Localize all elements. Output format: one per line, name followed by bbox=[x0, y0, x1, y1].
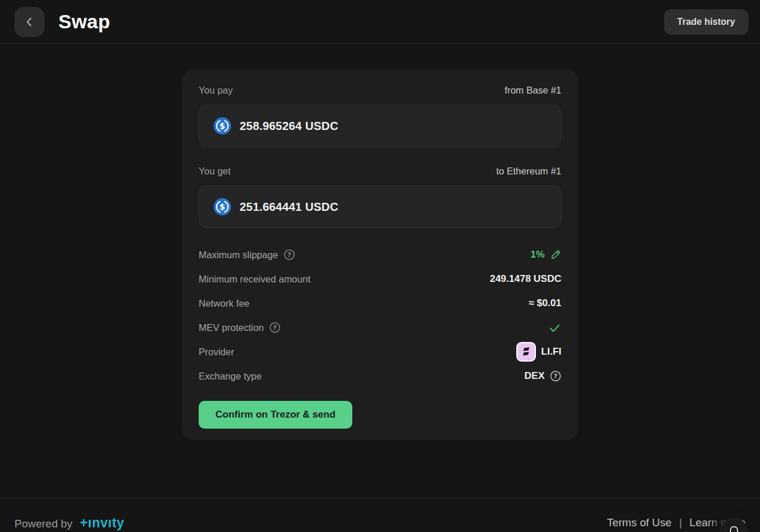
lifi-logo-icon bbox=[516, 342, 536, 362]
main-area: You pay from Base #1 $ 258.965264 USDC Y… bbox=[0, 69, 760, 498]
provider-row: Provider LI.FI bbox=[199, 340, 561, 364]
edit-slippage-icon[interactable] bbox=[550, 249, 561, 261]
checkmark-icon bbox=[548, 321, 561, 334]
svg-text:?: ? bbox=[554, 373, 557, 380]
terms-of-use-link[interactable]: Terms of Use bbox=[607, 516, 672, 529]
mev-help-icon[interactable]: ? bbox=[269, 322, 281, 333]
get-amount-input[interactable]: $ 251.664441 USDC bbox=[199, 185, 561, 228]
lightbulb-icon bbox=[727, 524, 742, 532]
powered-by: Powered by +ınvıty bbox=[14, 515, 124, 531]
get-field-header: You get to Ethereum #1 bbox=[199, 166, 561, 177]
get-account: to Ethereum #1 bbox=[496, 166, 561, 177]
min-received-label: Minimum received amount bbox=[199, 274, 311, 285]
swap-card: You pay from Base #1 $ 258.965264 USDC Y… bbox=[182, 69, 578, 440]
svg-text:$: $ bbox=[219, 121, 225, 131]
pay-field-header: You pay from Base #1 bbox=[199, 85, 561, 96]
min-received-value: 249.1478 USDC bbox=[490, 273, 561, 285]
get-amount-value: 251.664441 USDC bbox=[240, 200, 338, 214]
usdc-icon: $ bbox=[214, 198, 231, 215]
min-received-row: Minimum received amount 249.1478 USDC bbox=[199, 267, 561, 291]
provider-value: LI.FI bbox=[541, 346, 561, 358]
pay-amount-value: 258.965264 USDC bbox=[240, 120, 338, 133]
page-title: Swap bbox=[58, 10, 110, 33]
footer-separator: | bbox=[679, 516, 682, 529]
swap-details: Maximum slippage ? 1% Minimum received a… bbox=[199, 243, 561, 388]
network-fee-label: Network fee bbox=[199, 298, 249, 309]
slippage-label: Maximum slippage bbox=[199, 250, 278, 261]
slippage-help-icon[interactable]: ? bbox=[284, 249, 295, 261]
exchange-type-label: Exchange type bbox=[199, 371, 262, 382]
trade-history-button[interactable]: Trade history bbox=[664, 9, 748, 35]
pay-account: from Base #1 bbox=[505, 85, 561, 96]
network-fee-value: ≈ $0.01 bbox=[528, 297, 561, 309]
svg-text:$: $ bbox=[219, 202, 225, 211]
network-fee-row: Network fee ≈ $0.01 bbox=[199, 291, 561, 315]
exchange-type-value: DEX bbox=[524, 370, 545, 382]
back-button[interactable] bbox=[14, 7, 44, 37]
header: Swap Trade history bbox=[0, 0, 760, 44]
mev-protection-row: MEV protection ? bbox=[199, 315, 561, 340]
footer: Powered by +ınvıty Terms of Use | Learn … bbox=[0, 498, 760, 532]
invity-logo[interactable]: +ınvıty bbox=[80, 515, 124, 531]
svg-text:?: ? bbox=[273, 324, 277, 332]
provider-label: Provider bbox=[199, 347, 234, 358]
svg-text:?: ? bbox=[287, 251, 290, 259]
slippage-value: 1% bbox=[530, 249, 545, 261]
pay-label: You pay bbox=[199, 85, 233, 96]
mev-protection-label: MEV protection bbox=[199, 322, 264, 333]
usdc-icon: $ bbox=[214, 117, 231, 135]
get-label: You get bbox=[199, 166, 230, 177]
confirm-on-trezor-button[interactable]: Confirm on Trezor & send bbox=[199, 401, 352, 429]
exchange-type-help-icon[interactable]: ? bbox=[550, 370, 561, 382]
powered-by-label: Powered by bbox=[14, 518, 72, 530]
exchange-type-row: Exchange type DEX ? bbox=[199, 364, 561, 388]
slippage-row: Maximum slippage ? 1% bbox=[199, 243, 561, 267]
pay-amount-input[interactable]: $ 258.965264 USDC bbox=[199, 105, 561, 147]
chevron-left-icon bbox=[23, 16, 36, 28]
